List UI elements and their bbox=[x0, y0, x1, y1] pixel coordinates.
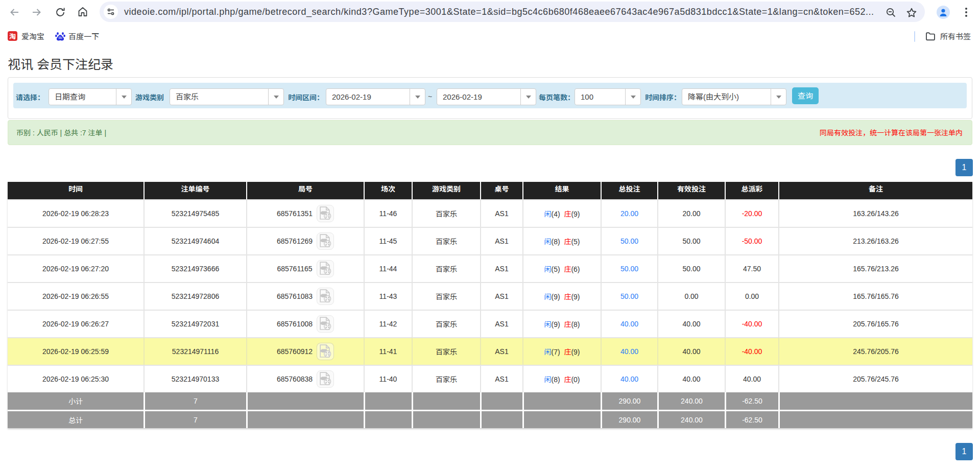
svg-text:du: du bbox=[58, 36, 62, 39]
